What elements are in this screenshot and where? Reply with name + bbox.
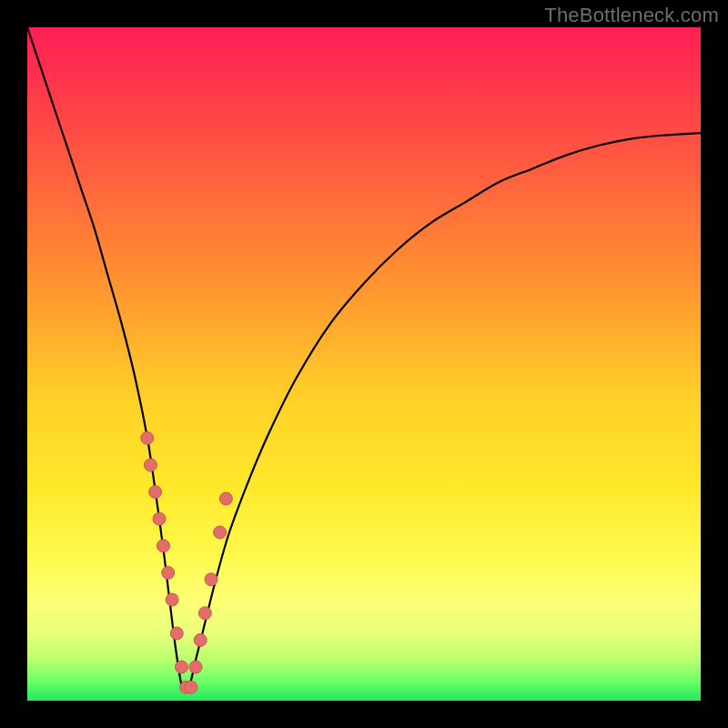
sample-marker	[166, 593, 178, 606]
sample-marker	[144, 459, 157, 471]
watermark-text: TheBottleneck.com	[544, 4, 719, 27]
sample-marker	[185, 681, 197, 693]
sample-marker	[175, 661, 187, 673]
curve-layer	[27, 27, 701, 701]
plot-area	[27, 27, 701, 701]
sample-marker	[149, 486, 162, 499]
sample-marker	[153, 512, 166, 525]
sample-marker	[205, 573, 217, 586]
sample-marker	[162, 566, 175, 579]
sample-marker	[189, 661, 202, 673]
sample-marker	[198, 607, 211, 620]
sample-marker	[141, 431, 154, 444]
sample-marker	[219, 492, 232, 505]
bottleneck-curve	[27, 27, 701, 692]
sample-marker	[170, 627, 183, 640]
sample-marker	[214, 526, 227, 539]
sample-marker	[157, 540, 169, 552]
sample-markers	[141, 431, 233, 693]
sample-marker	[194, 633, 207, 646]
chart-frame: TheBottleneck.com	[0, 0, 728, 728]
